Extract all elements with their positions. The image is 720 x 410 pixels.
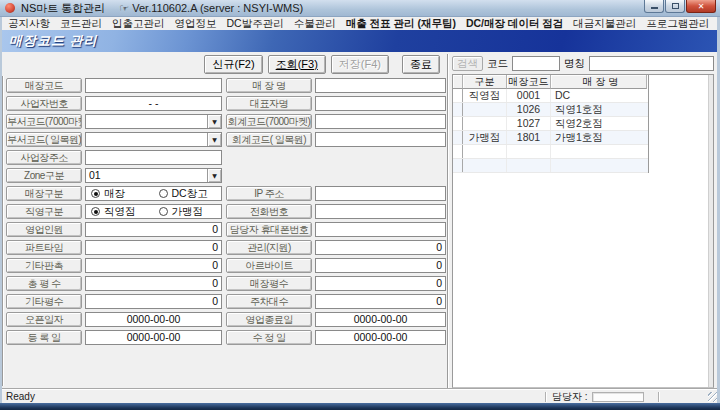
form-field-label: 매 장 명 xyxy=(226,78,312,93)
dropdown-arrow-icon[interactable]: ▼ xyxy=(207,133,221,146)
combo-field[interactable]: ▼ xyxy=(85,114,222,129)
table-cell xyxy=(551,145,647,158)
table-row[interactable]: 1026직영1호점 xyxy=(453,103,648,117)
row-selector[interactable] xyxy=(453,89,463,102)
number-field[interactable]: 0 xyxy=(315,258,446,273)
text-field[interactable] xyxy=(315,186,446,201)
code-input[interactable] xyxy=(512,56,560,71)
column-header[interactable]: 구분 xyxy=(463,75,507,89)
form-field-label: 대표자명 xyxy=(226,96,312,111)
date-field[interactable]: 0000-00-00 xyxy=(315,312,446,327)
table-cell xyxy=(463,159,507,172)
column-header[interactable]: 매장코드 xyxy=(507,75,551,89)
radio-option[interactable]: DC창고 xyxy=(154,187,222,200)
maximize-icon xyxy=(672,3,679,9)
radio-option[interactable]: 매장 xyxy=(86,187,154,200)
number-field[interactable]: 0 xyxy=(85,294,222,309)
text-field[interactable] xyxy=(315,204,446,219)
close-button[interactable]: ✕ xyxy=(686,0,716,13)
menu-item[interactable]: DC발주관리 xyxy=(222,17,289,31)
column-header[interactable]: 매 장 명 xyxy=(551,75,647,89)
menu-item[interactable]: 공지사항 xyxy=(3,17,55,31)
date-field[interactable]: 0000-00-00 xyxy=(315,330,446,345)
table-row[interactable]: 1027직영2호점 xyxy=(453,117,648,131)
date-field[interactable]: 0000-00-00 xyxy=(85,330,222,345)
form-row: 등 록 일0000-00-00 xyxy=(6,330,222,345)
date-field[interactable]: 0000-00-00 xyxy=(85,312,222,327)
text-field[interactable] xyxy=(85,150,222,165)
text-field[interactable] xyxy=(315,78,446,93)
row-selector[interactable] xyxy=(453,117,463,130)
text-field[interactable] xyxy=(315,96,446,111)
toolbar-button[interactable]: 조회(F3) xyxy=(268,55,326,74)
table-row[interactable]: 가맹점1801가맹1호점 xyxy=(453,131,648,145)
menu-item[interactable]: 대금지불관리 xyxy=(568,17,641,31)
table-cell xyxy=(463,103,507,116)
menu-item[interactable]: 매출 전표 관리 (재무팀) xyxy=(341,17,461,31)
table-row[interactable] xyxy=(453,145,648,159)
row-selector[interactable] xyxy=(453,103,463,116)
form-field-label: 기타평수 xyxy=(6,294,82,309)
radio-option[interactable]: 가맹점 xyxy=(154,205,222,218)
table-cell xyxy=(463,145,507,158)
number-field[interactable]: 0 xyxy=(85,258,222,273)
toolbar-button: 저장(F4) xyxy=(331,55,389,74)
dropdown-arrow-icon[interactable]: ▼ xyxy=(207,115,221,128)
window-controls: ✕ xyxy=(644,0,716,13)
form-field-label: 등 록 일 xyxy=(6,330,82,345)
minimize-button[interactable] xyxy=(644,0,664,13)
radio-option[interactable]: 직영점 xyxy=(86,205,154,218)
dropdown-arrow-icon[interactable]: ▼ xyxy=(207,169,221,182)
vertical-scrollbar[interactable] xyxy=(708,75,713,387)
row-selector[interactable] xyxy=(453,145,463,158)
table-row[interactable]: 직영점0001DC xyxy=(453,89,648,103)
form-row: 매장코드 xyxy=(6,78,222,93)
toolbar-button[interactable]: 종료 xyxy=(402,55,440,74)
menu-item[interactable]: 입출고관리 xyxy=(107,17,170,31)
row-selector-header xyxy=(453,75,463,89)
row-selector[interactable] xyxy=(453,159,463,172)
form-row: 영업종료일0000-00-00 xyxy=(226,312,446,327)
maximize-button[interactable] xyxy=(665,0,685,13)
form-field-label: 수 정 일 xyxy=(226,330,312,345)
form-row: IP 주소 xyxy=(226,186,446,201)
form-field-label: 관리(지원) xyxy=(226,240,312,255)
window-title-bar[interactable]: NS마트 통합관리 ☞ Ver.110602.A (server : NSYI-… xyxy=(0,0,720,17)
search-button[interactable]: 검색 xyxy=(452,56,483,71)
form-column-right: 매 장 명대표자명회계코드(7000마켓)회계코드( 일목원)IP 주소전화번호… xyxy=(226,78,446,348)
status-ready-text: Ready xyxy=(0,391,545,402)
row-selector[interactable] xyxy=(453,131,463,144)
table-row[interactable] xyxy=(453,159,648,173)
radio-label: 직영점 xyxy=(104,205,136,218)
form-field-label: 매장코드 xyxy=(6,78,82,93)
text-field[interactable] xyxy=(315,222,446,237)
text-field[interactable] xyxy=(315,114,446,129)
form-field-label: 매장구분 xyxy=(6,186,82,201)
table-cell xyxy=(551,159,647,172)
combo-field[interactable]: 01▼ xyxy=(85,168,222,183)
number-field[interactable]: 0 xyxy=(315,294,446,309)
radio-icon xyxy=(91,207,100,216)
combo-field[interactable]: ▼ xyxy=(85,132,222,147)
menu-item[interactable]: 영업정보 xyxy=(170,17,222,31)
number-field[interactable]: 0 xyxy=(85,240,222,255)
form-row: 기타평수0 xyxy=(6,294,222,309)
number-field[interactable]: 0 xyxy=(85,222,222,237)
form-field-label: 회계코드( 일목원) xyxy=(226,132,312,147)
menu-item[interactable]: 프로그램관리 xyxy=(641,17,714,31)
text-field[interactable]: - - xyxy=(85,96,222,111)
form-row: 주차대수0 xyxy=(226,294,446,309)
text-field[interactable] xyxy=(85,78,222,93)
menu-item[interactable]: 수불관리 xyxy=(289,17,341,31)
number-field[interactable]: 0 xyxy=(85,276,222,291)
number-field[interactable]: 0 xyxy=(315,276,446,291)
toolbar-button[interactable]: 신규(F2) xyxy=(204,55,262,74)
menu-item[interactable]: 코드관리 xyxy=(55,17,107,31)
form-field-label: 영업인원 xyxy=(6,222,82,237)
menu-item[interactable]: DC/매장 데이터 점검 xyxy=(461,17,568,31)
radio-label: DC창고 xyxy=(172,187,208,200)
name-input[interactable] xyxy=(589,56,714,71)
form-row: 매 장 명 xyxy=(226,78,446,93)
text-field[interactable] xyxy=(315,132,446,147)
number-field[interactable]: 0 xyxy=(315,240,446,255)
